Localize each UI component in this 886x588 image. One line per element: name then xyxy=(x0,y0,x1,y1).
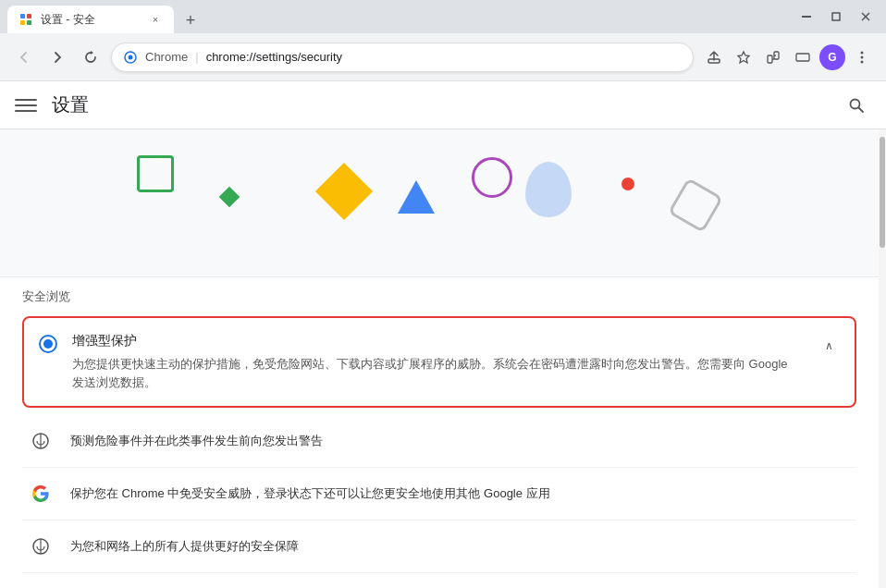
title-bar: 设置 - 安全 × + xyxy=(0,0,886,33)
svg-line-19 xyxy=(859,107,864,112)
tab-close-button[interactable]: × xyxy=(148,12,163,27)
sub-item-3: 为您和网络上的所有人提供更好的安全保障 xyxy=(22,521,856,573)
refresh-button[interactable] xyxy=(78,44,104,70)
cast-icon[interactable] xyxy=(790,44,816,70)
svg-point-16 xyxy=(861,55,864,58)
settings-title: 设置 xyxy=(52,92,89,117)
minimize-button[interactable] xyxy=(794,4,819,30)
shape-blue-shield xyxy=(525,162,572,217)
settings-page: 设置 xyxy=(0,81,886,588)
shape-green-square xyxy=(137,155,174,192)
enhanced-radio[interactable] xyxy=(39,335,57,353)
svg-rect-2 xyxy=(20,20,25,25)
extensions-icon[interactable] xyxy=(760,44,786,70)
address-bar: Chrome | chrome://settings/security G xyxy=(0,33,886,81)
svg-rect-0 xyxy=(20,14,25,18)
profile-avatar[interactable]: G xyxy=(819,44,845,70)
sub-icon-3 xyxy=(26,532,55,561)
svg-rect-14 xyxy=(796,54,809,61)
content-area: 安全浏览 增强型保护 为您提供更快速主动的保护措施，免受危险网站、下载内容或扩展… xyxy=(0,129,886,588)
window-controls xyxy=(794,4,879,30)
sub-items-list: 预测危险事件并在此类事件发生前向您发出警告 保护您在 Chr xyxy=(0,411,879,588)
omnibox[interactable]: Chrome | chrome://settings/security xyxy=(111,43,694,72)
forward-button[interactable] xyxy=(44,44,70,70)
share-icon[interactable] xyxy=(701,44,727,70)
settings-header: 设置 xyxy=(0,81,886,129)
sub-text-2: 保护您在 Chrome 中免受安全威胁，登录状态下还可以让您更安全地使用其他 G… xyxy=(70,485,550,502)
svg-rect-4 xyxy=(802,16,811,18)
banner-shapes xyxy=(0,129,879,276)
shape-gray-hex xyxy=(668,178,723,233)
svg-rect-5 xyxy=(832,13,840,20)
toolbar-icons: G xyxy=(701,44,875,70)
sub-text-3: 为您和网络上的所有人提供更好的安全保障 xyxy=(70,538,299,555)
sub-icon-1 xyxy=(26,426,55,456)
menu-button[interactable] xyxy=(849,44,875,70)
tab-strip: 设置 - 安全 × + xyxy=(7,0,794,33)
close-button[interactable] xyxy=(853,4,879,30)
shape-green-diamond xyxy=(219,187,240,208)
enhanced-title: 增强型保护 xyxy=(72,333,803,349)
svg-marker-11 xyxy=(738,52,749,63)
omnibox-url: chrome://settings/security xyxy=(206,50,682,64)
scrollbar-track[interactable] xyxy=(879,129,886,588)
svg-rect-1 xyxy=(27,14,31,18)
shape-purple-circle xyxy=(472,157,512,198)
search-button[interactable] xyxy=(842,91,871,120)
hamburger-menu[interactable] xyxy=(15,94,37,116)
sub-item-4: 密码遭遇数据泄露时向您发出警告 xyxy=(22,573,856,588)
main-content[interactable]: 安全浏览 增强型保护 为您提供更快速主动的保护措施，免受危险网站、下载内容或扩展… xyxy=(0,129,879,588)
omnibox-separator: | xyxy=(195,50,198,64)
svg-rect-10 xyxy=(708,59,720,63)
svg-point-17 xyxy=(861,60,864,63)
sub-icon-key xyxy=(26,584,55,588)
omnibox-brand: Chrome xyxy=(145,50,188,64)
shape-yellow-diamond xyxy=(315,163,373,220)
enhanced-protection-card[interactable]: 增强型保护 为您提供更快速主动的保护措施，免受危险网站、下载内容或扩展程序的威胁… xyxy=(22,316,856,408)
svg-point-9 xyxy=(129,55,133,59)
omnibox-security-icon xyxy=(123,50,138,65)
sub-text-1: 预测危险事件并在此类事件发生前向您发出警告 xyxy=(70,433,323,449)
sub-item-2: 保护您在 Chrome 中免受安全威胁，登录状态下还可以让您更安全地使用其他 G… xyxy=(22,468,856,521)
section-label: 安全浏览 xyxy=(0,277,879,312)
enhanced-desc: 为您提供更快速主动的保护措施，免受危险网站、下载内容或扩展程序的威胁。系统会在密… xyxy=(72,355,803,391)
bookmark-icon[interactable] xyxy=(731,44,757,70)
active-tab[interactable]: 设置 - 安全 × xyxy=(7,6,174,33)
maximize-button[interactable] xyxy=(823,4,849,30)
expand-button[interactable]: ∧ xyxy=(818,335,840,357)
shape-blue-triangle xyxy=(398,180,435,214)
sub-item-1: 预测危险事件并在此类事件发生前向您发出警告 xyxy=(22,415,856,468)
radio-inner xyxy=(43,339,53,349)
back-button[interactable] xyxy=(11,44,37,70)
tab-title: 设置 - 安全 xyxy=(41,12,141,28)
new-tab-button[interactable]: + xyxy=(178,7,203,33)
shape-red-dot xyxy=(621,178,634,190)
sub-icon-google xyxy=(26,479,55,508)
banner-area xyxy=(0,129,879,277)
enhanced-card-content: 增强型保护 为您提供更快速主动的保护措施，免受危险网站、下载内容或扩展程序的威胁… xyxy=(72,333,803,391)
svg-rect-12 xyxy=(768,55,772,63)
scrollbar-thumb[interactable] xyxy=(880,137,885,248)
window-frame: 设置 - 安全 × + xyxy=(0,0,886,588)
svg-point-15 xyxy=(861,51,864,54)
tab-favicon xyxy=(18,12,33,27)
svg-rect-3 xyxy=(27,20,31,25)
